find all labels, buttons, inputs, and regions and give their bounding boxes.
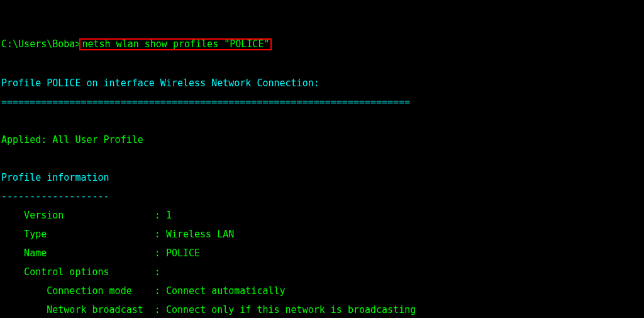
- profile-control: Control options :: [1, 268, 643, 277]
- header-divider: ========================================…: [1, 98, 643, 107]
- blank-line: [1, 154, 643, 164]
- profile-header: Profile POLICE on interface Wireless Net…: [1, 79, 643, 88]
- profile-version: Version : 1: [1, 211, 643, 220]
- profile-info-title: Profile information: [1, 173, 643, 183]
- profile-broadcast: Network broadcast : Connect only if this…: [1, 305, 643, 315]
- prompt-path-1: C:\Users\Boba>: [1, 38, 80, 50]
- prompt-line-1[interactable]: C:\Users\Boba>netsh wlan show profiles "…: [1, 38, 643, 50]
- command-highlight: netsh wlan show profiles "POLICE": [79, 38, 272, 50]
- profile-type: Type : Wireless LAN: [1, 230, 643, 239]
- blank-line: [1, 60, 643, 69]
- profile-connmode: Connection mode : Connect automatically: [1, 287, 643, 296]
- applied-line: Applied: All User Profile: [1, 135, 643, 145]
- command-text: netsh wlan show profiles "POLICE": [82, 38, 269, 50]
- profile-info-dash: -------------------: [1, 192, 643, 202]
- profile-name: Name : POLICE: [1, 249, 643, 258]
- blank-line: [1, 116, 643, 126]
